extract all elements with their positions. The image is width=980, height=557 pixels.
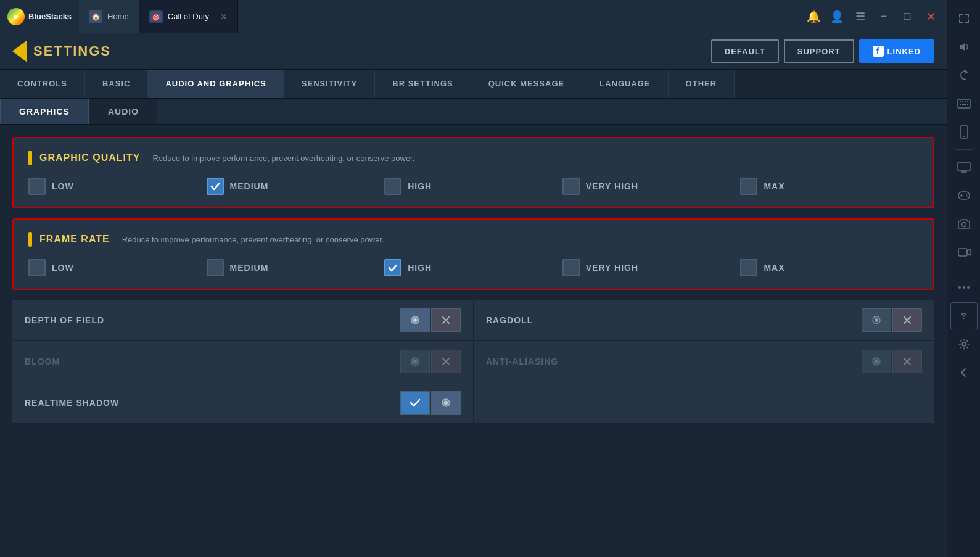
tab-quick-message-label: QUICK MESSAGE bbox=[488, 79, 565, 88]
maximize-button[interactable]: □ bbox=[896, 6, 918, 28]
gq-checkbox-max[interactable] bbox=[740, 178, 757, 195]
tab-language[interactable]: LANGUAGE bbox=[582, 70, 668, 98]
rotate-icon-btn[interactable] bbox=[950, 62, 978, 89]
svg-rect-30 bbox=[958, 162, 970, 171]
gq-option-very-high[interactable]: VERY HIGH bbox=[562, 178, 741, 195]
gq-checkbox-very-high[interactable] bbox=[562, 178, 580, 195]
fr-option-high[interactable]: HIGH bbox=[384, 259, 562, 276]
app-brand: BlueStacks bbox=[28, 12, 72, 21]
gq-checkbox-low[interactable] bbox=[28, 178, 46, 195]
gq-option-high[interactable]: HIGH bbox=[384, 178, 562, 195]
bloom-x-btn[interactable] bbox=[431, 350, 461, 373]
sidebar-divider-2 bbox=[955, 270, 973, 270]
realtime-shadow-circle-btn[interactable] bbox=[431, 391, 461, 415]
back-icon-btn[interactable] bbox=[950, 359, 978, 386]
fr-checkbox-high[interactable] bbox=[384, 259, 401, 276]
tab-quick-message[interactable]: QUICK MESSAGE bbox=[471, 70, 583, 98]
support-button[interactable]: SUPPORT bbox=[784, 39, 854, 63]
gq-label-low: LOW bbox=[52, 181, 74, 191]
fr-label-medium: MEDIUM bbox=[230, 263, 269, 273]
bloom-item: BLOOM bbox=[12, 341, 474, 382]
frame-rate-desc: Reduce to improve performance, prevent o… bbox=[122, 235, 384, 244]
svg-point-33 bbox=[961, 223, 966, 227]
tab-other-label: OTHER bbox=[686, 79, 717, 88]
tab-basic[interactable]: BASIC bbox=[85, 70, 148, 98]
svg-point-19 bbox=[444, 401, 448, 405]
depth-of-field-x-btn[interactable] bbox=[431, 308, 461, 332]
fr-option-low[interactable]: LOW bbox=[28, 259, 207, 276]
fr-option-very-high[interactable]: VERY HIGH bbox=[562, 259, 741, 276]
graphic-quality-accent bbox=[28, 151, 32, 165]
frame-rate-options: LOW MEDIUM HIGH bbox=[28, 259, 918, 276]
frame-rate-header: FRAME RATE Reduce to improve performance… bbox=[28, 232, 918, 247]
svg-point-15 bbox=[875, 360, 878, 363]
gear-icon-btn[interactable] bbox=[950, 331, 978, 358]
tab-br-settings[interactable]: BR SETTINGS bbox=[375, 70, 471, 98]
bloom-circle-btn[interactable] bbox=[400, 350, 430, 373]
subtab-graphics[interactable]: GRAPHICS bbox=[0, 99, 89, 124]
settings-header-buttons: DEFAULT SUPPORT f LINKED bbox=[711, 39, 934, 63]
gq-checkbox-high[interactable] bbox=[384, 178, 401, 195]
tv-icon-btn[interactable] bbox=[950, 154, 978, 181]
subtab-audio[interactable]: AUDIO bbox=[89, 99, 157, 124]
account-icon[interactable]: 👤 bbox=[826, 6, 848, 28]
record-icon-btn[interactable] bbox=[950, 239, 978, 266]
fr-checkbox-max[interactable] bbox=[740, 259, 757, 276]
ragdoll-label: RAGDOLL bbox=[486, 315, 533, 325]
keyboard-icon-btn[interactable] bbox=[950, 90, 978, 117]
notification-icon[interactable]: 🔔 bbox=[802, 6, 825, 28]
gq-label-high: HIGH bbox=[408, 181, 432, 191]
minimize-button[interactable]: − bbox=[873, 6, 895, 28]
phone-icon-btn[interactable] bbox=[950, 118, 978, 146]
linked-button[interactable]: f LINKED bbox=[859, 39, 934, 63]
home-tab-icon: 🏠 bbox=[89, 10, 102, 23]
graphic-quality-card: GRAPHIC QUALITY Reduce to improve perfor… bbox=[12, 137, 934, 208]
expand-icon-btn[interactable] bbox=[950, 5, 978, 32]
graphic-quality-title: GRAPHIC QUALITY bbox=[39, 152, 140, 163]
volume-icon-btn[interactable] bbox=[950, 33, 978, 60]
depth-of-field-circle-btn[interactable] bbox=[400, 308, 430, 332]
fr-checkbox-medium[interactable] bbox=[207, 259, 224, 276]
svg-rect-26 bbox=[962, 104, 966, 105]
anti-aliasing-x-btn[interactable] bbox=[892, 350, 922, 373]
svg-point-3 bbox=[413, 318, 417, 322]
subtab-audio-label: AUDIO bbox=[108, 107, 139, 117]
cod-tab-close[interactable]: ✕ bbox=[220, 12, 228, 22]
tab-controls[interactable]: CONTROLS bbox=[0, 70, 85, 98]
svg-point-35 bbox=[958, 286, 961, 289]
anti-aliasing-circle-btn[interactable] bbox=[862, 350, 891, 373]
svg-point-29 bbox=[963, 136, 965, 137]
svg-point-38 bbox=[962, 342, 966, 346]
close-button[interactable]: ✕ bbox=[920, 6, 942, 28]
gq-label-very-high: VERY HIGH bbox=[586, 181, 638, 191]
tab-other[interactable]: OTHER bbox=[669, 70, 735, 98]
fr-option-medium[interactable]: MEDIUM bbox=[207, 259, 385, 276]
help-icon-btn[interactable]: ? bbox=[950, 302, 978, 329]
menu-icon[interactable]: ☰ bbox=[849, 6, 871, 28]
realtime-shadow-check-btn[interactable] bbox=[400, 391, 430, 415]
gamepad-icon-btn[interactable] bbox=[950, 182, 978, 209]
fr-checkbox-very-high[interactable] bbox=[562, 259, 580, 276]
fr-checkbox-low[interactable] bbox=[28, 259, 46, 276]
more-icon-btn[interactable] bbox=[950, 274, 978, 301]
tab-audio-graphics[interactable]: AUDIO AND GRAPHICS bbox=[148, 70, 284, 98]
gq-checkbox-medium[interactable] bbox=[207, 178, 224, 195]
gq-option-low[interactable]: LOW bbox=[28, 178, 207, 195]
gq-option-max[interactable]: MAX bbox=[740, 178, 918, 195]
tab-cod[interactable]: 🎯 Call of Duty ✕ bbox=[139, 0, 238, 33]
gq-option-medium[interactable]: MEDIUM bbox=[207, 178, 385, 195]
ragdoll-item: RAGDOLL bbox=[474, 300, 934, 341]
svg-point-32 bbox=[967, 196, 968, 197]
svg-rect-34 bbox=[958, 249, 967, 256]
camera-icon-btn[interactable] bbox=[950, 210, 978, 237]
ragdoll-circle-btn[interactable] bbox=[862, 308, 891, 332]
realtime-shadow-label: REALTIME SHADOW bbox=[25, 398, 119, 408]
tab-sensitivity[interactable]: SENSITIVITY bbox=[284, 70, 375, 98]
default-button[interactable]: DEFAULT bbox=[711, 39, 779, 63]
bloom-toggle bbox=[400, 350, 461, 373]
toggle-row-1: DEPTH OF FIELD bbox=[12, 300, 934, 341]
fr-option-max[interactable]: MAX bbox=[740, 259, 918, 276]
tab-home[interactable]: 🏠 Home bbox=[79, 0, 139, 33]
ragdoll-x-btn[interactable] bbox=[892, 308, 922, 332]
svg-rect-27 bbox=[967, 104, 968, 105]
